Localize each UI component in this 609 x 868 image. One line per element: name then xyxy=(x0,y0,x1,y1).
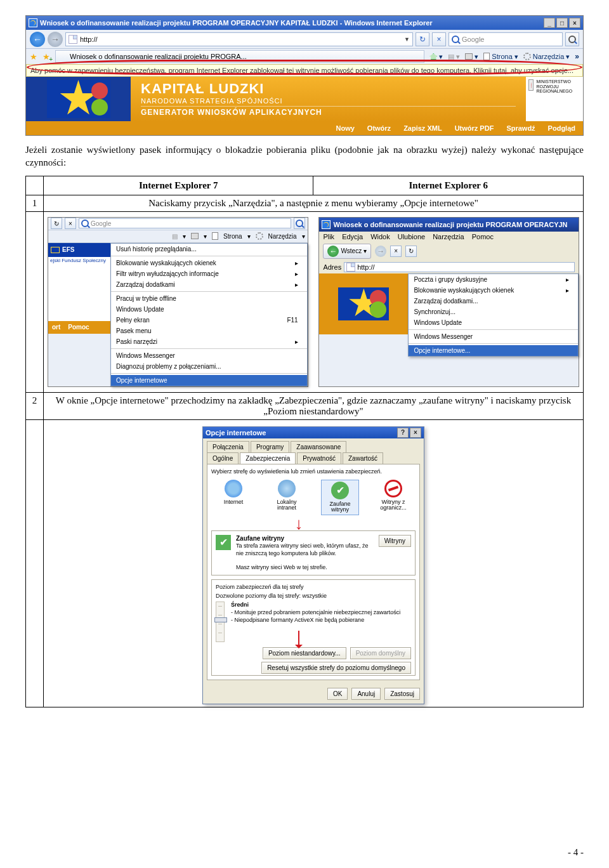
page-icon xyxy=(346,263,355,272)
menu-item[interactable]: Windows Messenger xyxy=(111,350,307,361)
feeds-icon: ▤ xyxy=(172,233,178,240)
eu-flag-icon xyxy=(51,247,60,253)
cancel-button[interactable]: Anuluj xyxy=(351,688,381,700)
site-title: KAPITAŁ LUDZKI xyxy=(141,81,516,97)
stop-button[interactable]: × xyxy=(390,246,402,257)
back-button[interactable]: ← xyxy=(30,32,45,47)
menu-file[interactable]: Plik xyxy=(323,233,334,240)
site-menu-item[interactable]: Zapisz XML xyxy=(403,124,442,132)
favorites-star-icon[interactable]: ★ xyxy=(30,52,37,62)
ministry-badge: MINISTERSTWO ROZWOJU REGIONALNEGO xyxy=(526,77,583,121)
menu-item[interactable]: Synchronizuj... xyxy=(409,306,578,317)
information-bar[interactable]: Aby pomóc w zapewnieniu bezpieczeństwa, … xyxy=(26,64,583,77)
menu-item[interactable]: Filtr witryn wyłudzających informacje▸ xyxy=(111,268,307,279)
menu-item[interactable]: Usuń historię przeglądania... xyxy=(111,244,307,254)
home-button[interactable]: ▾ xyxy=(429,53,443,61)
zone-restricted[interactable]: Witryny z ogranicz... xyxy=(374,480,412,516)
menu-item-internet-options[interactable]: Opcje internetowe xyxy=(111,375,307,386)
custom-level-button[interactable]: Poziom niestandardowy... xyxy=(263,647,346,659)
refresh-button[interactable]: ↻ xyxy=(405,246,417,257)
site-menu-item[interactable]: Otwórz xyxy=(367,124,391,132)
site-menu-item[interactable]: Nowy xyxy=(336,124,355,132)
chevron-down-icon[interactable]: ▼ xyxy=(404,36,410,43)
reset-zones-button[interactable]: Resetuj wszystkie strefy do poziomu domy… xyxy=(261,662,411,674)
search-box[interactable]: Google xyxy=(449,32,563,46)
menu-item[interactable]: Zarządzaj dodatkami... xyxy=(409,296,578,306)
apply-button[interactable]: Zastosuj xyxy=(384,688,420,700)
ie-logo-icon xyxy=(60,53,67,60)
close-button[interactable]: × xyxy=(410,428,421,438)
menu-favorites[interactable]: Ulubione xyxy=(398,233,425,240)
tab-privacy[interactable]: Prywatność xyxy=(297,452,341,464)
maximize-button[interactable]: □ xyxy=(556,18,568,28)
nav-toolbar: ← → http:// ▼ ↻ × Google xyxy=(26,30,583,49)
menu-item[interactable]: Blokowanie wyskakujących okienek▸ xyxy=(409,285,578,296)
menu-item[interactable]: Diagnozuj problemy z połączeniami... xyxy=(111,361,307,372)
tools-menu-button[interactable]: Narzędzia ▾ xyxy=(523,53,570,61)
default-level-button[interactable]: Poziom domyślny xyxy=(350,647,411,659)
zone-trusted-sites[interactable]: Zaufane witryny xyxy=(321,480,359,516)
tab-content[interactable]: Zawartość xyxy=(343,452,383,464)
forward-button[interactable]: → xyxy=(48,32,63,47)
menu-item-internet-options[interactable]: Opcje internetowe... xyxy=(409,345,578,356)
overflow-chevron-icon[interactable]: » xyxy=(575,52,579,61)
site-generator-label: GENERATOR WNIOSKÓW APLIKACYJNYCH xyxy=(141,108,516,117)
print-button[interactable]: ▾ xyxy=(465,53,478,61)
level-bullet: - Monituje przed pobraniem potencjalnie … xyxy=(231,609,400,615)
slider-thumb[interactable] xyxy=(214,617,227,622)
menu-item[interactable]: Pracuj w trybie offline xyxy=(111,293,307,304)
menu-view[interactable]: Widok xyxy=(370,233,390,240)
tab-connections[interactable]: Połączenia xyxy=(207,441,249,452)
minimize-button[interactable]: _ xyxy=(544,18,555,28)
sites-button[interactable]: Witryny xyxy=(379,535,411,547)
menu-help[interactable]: Pomoc xyxy=(472,233,494,240)
dialog-title: Opcje internetowe xyxy=(206,429,397,437)
site-menu-item[interactable]: Utwórz PDF xyxy=(455,124,494,132)
menu-item[interactable]: Pełny ekranF11 xyxy=(111,315,307,326)
security-level-slider[interactable] xyxy=(216,602,225,642)
tab-advanced[interactable]: Zaawansowane xyxy=(291,441,346,452)
menu-tools[interactable]: Narzędzia xyxy=(433,233,464,240)
menu-item[interactable]: Windows Update xyxy=(111,304,307,315)
col-header-ie7: Internet Explorer 7 xyxy=(44,176,313,195)
page-menu-button[interactable]: Strona ▾ xyxy=(483,53,518,61)
zone-local-intranet[interactable]: Lokalny intranet xyxy=(268,480,306,516)
site-menu-item[interactable]: Podgląd xyxy=(548,124,575,132)
tab-general[interactable]: Ogólne xyxy=(207,452,239,464)
step-number: 1 xyxy=(26,195,44,211)
menu-item[interactable]: Pasek menu xyxy=(111,326,307,336)
stop-icon: × xyxy=(65,218,76,229)
search-go-button[interactable] xyxy=(565,32,579,46)
menu-bar: Plik Edycja Widok Ulubione Narzędzia Pom… xyxy=(319,232,579,242)
zone-selector: Internet Lokalny intranet Zaufane witryn… xyxy=(211,477,416,521)
ok-button[interactable]: OK xyxy=(327,688,348,700)
menu-item[interactable]: Poczta i grupy dyskusyjne▸ xyxy=(409,274,578,285)
tab-programs[interactable]: Programy xyxy=(251,441,289,452)
tools-dropdown-menu: Poczta i grupy dyskusyjne▸ Blokowanie wy… xyxy=(408,273,579,357)
menu-item[interactable]: Windows Messenger xyxy=(409,331,578,342)
address-bar[interactable]: http:// ▼ xyxy=(65,32,413,46)
help-button[interactable]: ? xyxy=(397,428,409,438)
close-button[interactable]: × xyxy=(569,18,580,28)
menu-item[interactable]: Windows Update xyxy=(409,317,578,328)
refresh-button[interactable]: ↻ xyxy=(416,32,429,46)
add-favorite-icon[interactable]: ★+ xyxy=(43,52,50,62)
tab-security[interactable]: Zabezpieczenia xyxy=(240,452,296,464)
stop-button[interactable]: × xyxy=(432,32,446,46)
site-menu-item[interactable]: Sprawdź xyxy=(506,124,535,132)
trusted-check-icon xyxy=(216,535,231,550)
forward-button[interactable]: → xyxy=(375,246,386,257)
back-button[interactable]: ←Wstecz ▾ xyxy=(323,244,371,259)
col-header-ie6: Internet Explorer 6 xyxy=(313,176,584,195)
title-bar: Wniosek o dofinansowanie realizacji proj… xyxy=(26,16,583,30)
menu-edit[interactable]: Edycja xyxy=(342,233,363,240)
menu-item[interactable]: Paski narzędzi▸ xyxy=(111,336,307,347)
menu-item[interactable]: Zarządzaj dodatkami▸ xyxy=(111,279,307,290)
menu-item[interactable]: Blokowanie wyskakujących okienek▸ xyxy=(111,258,307,268)
feeds-button[interactable]: ▤ ▾ xyxy=(448,53,460,61)
browser-tab[interactable]: Wniosek o dofinansowanie realizacji proj… xyxy=(55,50,424,63)
search-placeholder: Google xyxy=(462,36,484,43)
address-bar[interactable]: http:// xyxy=(344,262,575,272)
zone-internet[interactable]: Internet xyxy=(214,480,252,516)
allowed-levels-text: Dozwolone poziomy dla tej strefy: wszyst… xyxy=(216,593,411,599)
